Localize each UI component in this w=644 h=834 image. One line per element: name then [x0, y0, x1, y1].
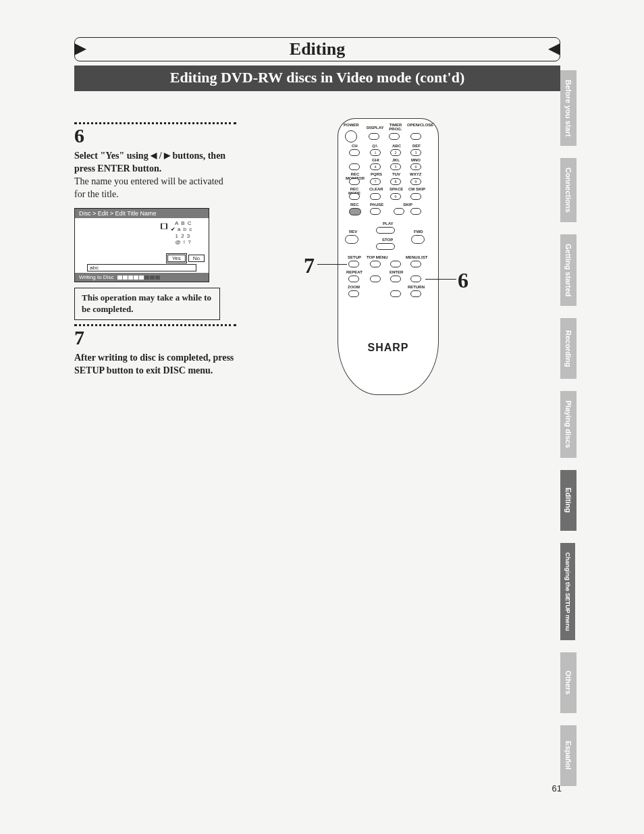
label-timer-prog: TIMER PROG. [387, 123, 404, 131]
step6-detail: The name you entered will be activated f… [74, 176, 236, 201]
pause-button [370, 208, 381, 215]
stop-button [376, 243, 395, 250]
label-wxyz: WXYZ [410, 172, 421, 176]
side-tabs: Before you start Connections Getting sta… [560, 70, 579, 798]
timer-prog-button [389, 133, 400, 140]
tab-editing: Editing [560, 470, 576, 531]
tab-changing-setup: Changing the SETUP menu [560, 543, 575, 640]
callout-7-line [317, 264, 347, 265]
step6-text-b: / [157, 151, 164, 161]
btn-2: 2 [390, 149, 401, 156]
charset-opt-num: 1 2 3 [171, 233, 209, 240]
left-button [370, 276, 381, 282]
label-mno: MNO [411, 158, 421, 162]
btn-8: 8 [390, 178, 401, 185]
power-button [345, 130, 357, 142]
label-setup: SETUP [348, 255, 361, 259]
label-tuv: TUV [392, 172, 400, 176]
label-pause: PAUSE [370, 203, 383, 207]
tab-getting-started: Getting started [560, 234, 576, 306]
fwd-button [411, 235, 425, 244]
divider [74, 324, 236, 326]
label-return: RETURN [408, 285, 425, 289]
remote-control-illustration: POWER DISPLAY TIMER PROG. OPEN/CLOSE @!.… [311, 118, 473, 409]
right-column: POWER DISPLAY TIMER PROG. OPEN/CLOSE @!.… [236, 118, 560, 409]
setup-button [348, 261, 359, 267]
zoom-button [348, 290, 359, 297]
step6-instruction: Select "Yes" using ◀ / ▶ buttons, then p… [74, 150, 236, 176]
tv-breadcrumb: Disc > Edit > Edit Title Name [75, 209, 209, 218]
menu-list-button [410, 261, 421, 267]
btn-9: 9 [410, 178, 421, 185]
top-menu-button [370, 261, 381, 267]
tv-screen-mock: Disc > Edit > Edit Title Name A B C ✔a b… [74, 208, 209, 283]
up-button [390, 261, 401, 267]
label-def: DEF [412, 144, 421, 148]
label-rev: REV [349, 230, 357, 234]
btn-5: 5 [390, 163, 401, 170]
display-button [369, 133, 379, 140]
svg-rect-1 [161, 224, 162, 229]
charset-opt-upper: A B C [171, 220, 209, 227]
tv-preview-pane [75, 218, 171, 253]
film-icon [161, 223, 167, 230]
label-zoom: ZOOM [348, 285, 360, 289]
label-fwd: FWD [414, 230, 423, 234]
tab-espanol: Español [560, 725, 576, 786]
tv-no-button: No [188, 255, 205, 263]
label-power: POWER [344, 123, 359, 127]
enter-button [390, 276, 401, 282]
remote-brand: SHARP [338, 342, 438, 354]
callout-6-line [425, 279, 456, 280]
clear-button [370, 193, 381, 200]
label-ch: CH [352, 144, 358, 148]
label-menu-list: MENU/LIST [406, 255, 427, 259]
tab-recording: Recording [560, 318, 576, 379]
tab-others: Others [560, 652, 576, 713]
tab-connections: Connections [560, 158, 576, 222]
charset-opt-sym: @ ! ? [171, 239, 209, 246]
tv-footer: Writing to Disc [75, 273, 209, 282]
skip-prev-button [394, 208, 404, 215]
tv-charset-list: A B C ✔a b c 1 2 3 @ ! ? [171, 218, 209, 253]
return-button [410, 290, 421, 297]
rev-button [345, 235, 358, 244]
page-title: Editing [75, 38, 560, 61]
label-abc: ABC [392, 144, 401, 148]
tab-before-you-start: Before you start [560, 70, 576, 146]
page-number: 61 [552, 783, 562, 793]
label-1: @!. [372, 144, 379, 148]
tv-yes-button: Yes [167, 255, 186, 263]
label-clear: CLEAR [369, 187, 383, 191]
skip-next-button [410, 208, 421, 215]
manual-page: Editing Editing DVD-RW discs in Video mo… [74, 37, 560, 409]
btn-6: 6 [410, 163, 421, 170]
open-close-button [410, 133, 421, 140]
step6-text-a: Select "Yes" using [74, 151, 151, 161]
label-open-close: OPEN/CLOSE [407, 123, 431, 127]
label-ghi: GHI [372, 158, 379, 162]
btn-0: 0 [390, 193, 401, 200]
step-number-7: 7 [74, 328, 236, 348]
btn-1: 1 [370, 149, 381, 156]
note-box: This operation may take a while to be co… [74, 288, 220, 320]
label-enter: ENTER [390, 270, 403, 274]
label-cm-skip: CM SKIP [408, 187, 425, 191]
repeat-button [348, 276, 359, 282]
ch-up-button [349, 149, 360, 156]
play-button [376, 227, 395, 234]
title-frame: Editing [74, 37, 560, 61]
cm-skip-button [410, 193, 421, 200]
ch-down-button [349, 163, 360, 170]
label-play: PLAY [383, 221, 393, 226]
subtitle: Editing DVD-RW discs in Video mode (cont… [74, 66, 560, 91]
progress-bar [117, 276, 160, 280]
label-rec: REC [350, 203, 359, 207]
charset-opt-lower: ✔a b c [171, 226, 209, 233]
btn-3: 3 [410, 149, 421, 156]
btn-7: 7 [370, 178, 381, 185]
tab-playing-discs: Playing discs [560, 391, 576, 457]
check-icon: ✔ [171, 226, 176, 232]
callout-6: 6 [458, 268, 468, 293]
step-number-6: 6 [74, 126, 236, 146]
